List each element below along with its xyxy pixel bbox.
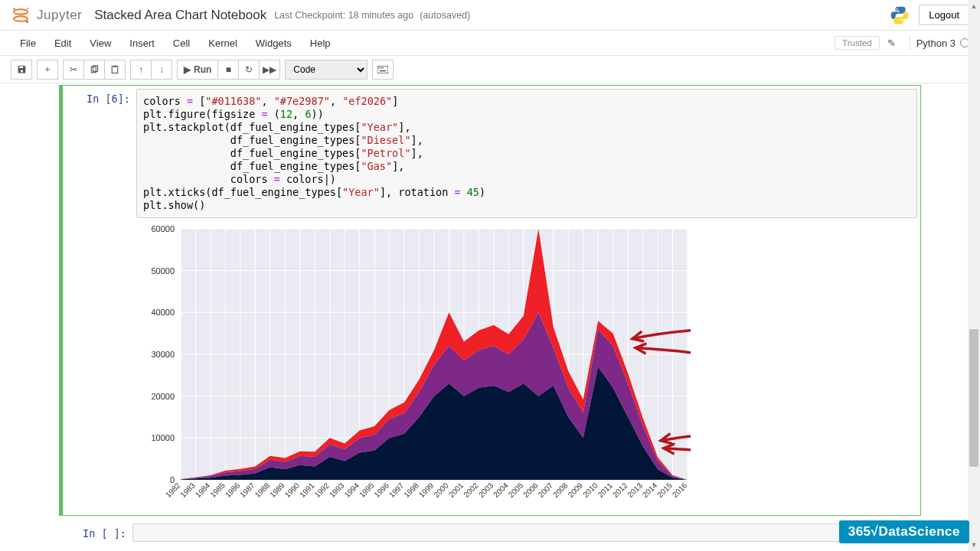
toolbar: ＋ ✂ ↑ ↓ ▶Run ■ ↻ ▶▶ Code <box>0 56 980 83</box>
svg-point-6 <box>902 21 903 22</box>
menu-edit[interactable]: Edit <box>45 33 80 54</box>
kernel-indicator[interactable]: Python 3 <box>916 37 969 49</box>
copy-icon[interactable] <box>83 60 105 80</box>
svg-rect-12 <box>379 67 381 68</box>
command-palette-icon[interactable] <box>372 60 394 80</box>
fast-forward-icon[interactable]: ▶▶ <box>259 60 280 80</box>
cut-icon[interactable]: ✂ <box>63 60 84 80</box>
checkpoint-text: Last Checkpoint: 18 minutes ago <box>274 10 413 21</box>
svg-rect-15 <box>380 70 386 71</box>
menu-insert[interactable]: Insert <box>120 33 164 54</box>
jupyter-icon <box>11 5 31 25</box>
stop-icon[interactable]: ■ <box>217 60 239 80</box>
logout-button[interactable]: Logout <box>919 5 969 25</box>
svg-point-3 <box>26 20 28 22</box>
notebook-title[interactable]: Stacked Area Chart Notebook <box>94 8 266 23</box>
menu-kernel[interactable]: Kernel <box>199 33 247 54</box>
paste-icon[interactable] <box>104 60 126 80</box>
svg-point-5 <box>897 8 898 9</box>
pencil-icon[interactable]: ✎ <box>887 37 896 49</box>
vertical-scrollbar[interactable]: ▲ ▼ <box>968 0 980 83</box>
header: Jupyter Stacked Area Chart Notebook Last… <box>0 0 980 31</box>
svg-rect-11 <box>377 66 388 73</box>
logo-text: Jupyter <box>37 8 82 23</box>
autosaved-text: (autosaved) <box>420 10 470 21</box>
svg-rect-13 <box>381 67 382 68</box>
svg-point-2 <box>13 8 15 10</box>
run-button[interactable]: ▶Run <box>177 60 218 80</box>
svg-point-0 <box>14 9 28 15</box>
restart-icon[interactable]: ↻ <box>238 60 260 80</box>
svg-rect-14 <box>383 67 384 68</box>
move-down-icon[interactable]: ↓ <box>151 60 172 80</box>
python-icon <box>890 5 910 25</box>
celltype-select[interactable]: Code <box>285 60 368 80</box>
menubar: FileEditViewInsertCellKernelWidgetsHelp … <box>0 31 980 56</box>
trusted-badge[interactable]: Trusted <box>835 36 880 50</box>
menu-view[interactable]: View <box>80 33 120 54</box>
save-icon[interactable] <box>11 60 32 80</box>
svg-rect-10 <box>114 65 116 67</box>
svg-point-1 <box>14 16 28 21</box>
menu-help[interactable]: Help <box>301 33 340 54</box>
menu-widgets[interactable]: Widgets <box>247 33 301 54</box>
svg-point-4 <box>27 7 28 8</box>
scroll-up-icon[interactable]: ▲ <box>968 0 980 12</box>
kernel-name: Python 3 <box>916 37 956 49</box>
menu-cell[interactable]: Cell <box>164 33 199 54</box>
move-up-icon[interactable]: ↑ <box>130 60 152 80</box>
add-cell-icon[interactable]: ＋ <box>37 60 58 80</box>
jupyter-logo[interactable]: Jupyter <box>11 5 82 25</box>
menu-file[interactable]: File <box>11 33 45 54</box>
